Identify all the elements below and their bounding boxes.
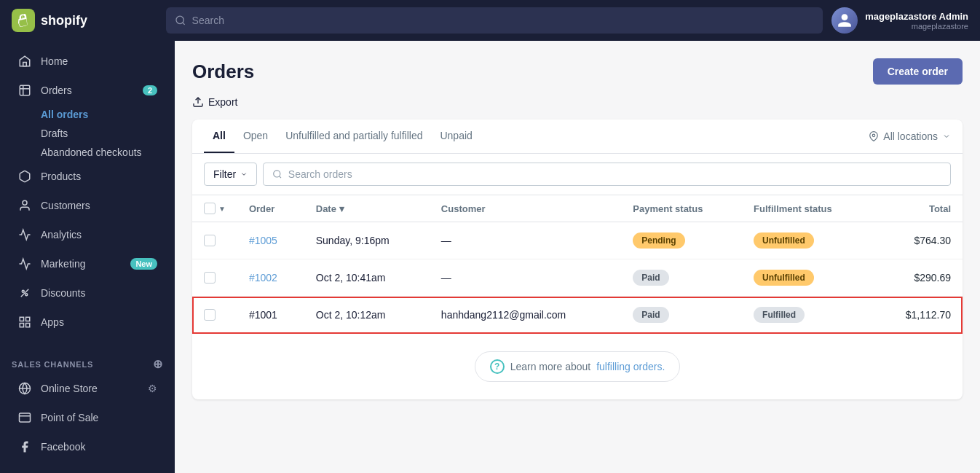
th-customer: Customer <box>430 195 621 222</box>
svg-point-3 <box>23 200 27 205</box>
row-payment-2: Paid <box>621 259 742 297</box>
content-area: Orders Create order Export All Open Unfu… <box>175 41 980 473</box>
topbar: shopify mageplazastore Admin mageplazast… <box>0 0 980 41</box>
row-order-1: #1005 <box>237 222 304 259</box>
search-orders-icon <box>272 169 282 179</box>
th-payment-status: Payment status <box>621 195 742 222</box>
tab-open[interactable]: Open <box>234 120 277 153</box>
order-link-2[interactable]: #1002 <box>249 272 277 284</box>
svg-point-14 <box>873 134 876 137</box>
tab-unpaid[interactable]: Unpaid <box>431 120 481 153</box>
sidebar-item-abandoned-checkouts[interactable]: Abandoned checkouts <box>6 143 169 162</box>
row-checkbox-2[interactable] <box>192 259 237 297</box>
row-payment-1: Pending <box>621 222 742 259</box>
svg-rect-7 <box>26 317 30 321</box>
export-row: Export <box>192 96 963 108</box>
svg-rect-11 <box>20 413 31 422</box>
main-layout: Home Orders 2 All orders Drafts Abandone… <box>0 41 980 473</box>
svg-rect-2 <box>20 85 30 95</box>
orders-table: ▼ Order Date ▾ Customer Payment status F… <box>192 195 963 334</box>
products-icon <box>17 169 32 184</box>
table-row[interactable]: #1005 Sunday, 9:16pm — Pending Unfulfill… <box>192 222 963 259</box>
fulfillment-status-badge-1: Unfulfilled <box>754 232 814 249</box>
sidebar-item-products[interactable]: Products <box>6 162 169 191</box>
svg-point-15 <box>274 171 280 177</box>
sidebar-label-home: Home <box>41 55 157 67</box>
learn-more-section: ? Learn more about fulfilling orders. <box>192 334 963 399</box>
tab-unfulfilled[interactable]: Unfulfilled and partially fulfilled <box>277 120 431 153</box>
user-area: mageplazastore Admin mageplazastore <box>831 7 968 34</box>
sidebar-item-apps[interactable]: Apps <box>6 308 169 337</box>
learn-more-box: ? Learn more about fulfilling orders. <box>475 351 681 382</box>
svg-point-4 <box>22 290 24 292</box>
search-icon <box>175 15 186 26</box>
select-all-checkbox[interactable] <box>204 203 216 214</box>
discounts-icon <box>17 286 32 300</box>
sidebar-item-discounts[interactable]: Discounts <box>6 278 169 308</box>
page-header: Orders Create order <box>192 58 963 85</box>
row-fulfillment-3: Fulfilled <box>742 297 874 334</box>
table-header: ▼ Order Date ▾ Customer Payment status F… <box>192 195 963 222</box>
sidebar-item-customers[interactable]: Customers <box>6 191 169 220</box>
online-store-icon <box>17 381 32 396</box>
search-bar[interactable] <box>166 7 823 34</box>
row-total-1: $764.30 <box>874 222 963 259</box>
home-icon <box>17 54 32 69</box>
row-checkbox-1[interactable] <box>192 222 237 259</box>
table-row[interactable]: #1001 Oct 2, 10:12am hanhdang2112@gmail.… <box>192 297 963 334</box>
analytics-icon <box>17 227 32 242</box>
orders-badge: 2 <box>143 85 157 95</box>
sidebar-item-all-orders[interactable]: All orders <box>6 105 169 124</box>
svg-point-0 <box>176 16 183 23</box>
filter-button[interactable]: Filter <box>204 163 257 186</box>
svg-rect-6 <box>20 317 23 321</box>
table-row[interactable]: #1002 Oct 2, 10:41am — Paid Unfulfilled … <box>192 259 963 297</box>
add-sales-channel-icon[interactable]: ⊕ <box>153 357 163 371</box>
sidebar-label-orders: Orders <box>41 85 134 96</box>
sidebar-item-home[interactable]: Home <box>6 47 169 76</box>
sidebar-label-online-store: Online Store <box>41 383 139 394</box>
sidebar-item-marketing[interactable]: Marketing New <box>6 249 169 278</box>
row-date-2: Oct 2, 10:41am <box>304 259 430 297</box>
sidebar-item-point-of-sale[interactable]: Point of Sale <box>6 403 169 432</box>
orders-icon <box>17 83 32 98</box>
sidebar-item-facebook[interactable]: Facebook <box>6 432 169 461</box>
fulfillment-status-badge-2: Unfulfilled <box>754 270 814 286</box>
location-filter[interactable]: All locations <box>869 120 951 152</box>
export-button[interactable]: Export <box>192 96 237 108</box>
location-icon <box>869 131 879 141</box>
row-date-3: Oct 2, 10:12am <box>304 297 430 334</box>
avatar <box>831 7 858 34</box>
filter-label: Filter <box>213 168 236 180</box>
row-total-2: $290.69 <box>874 259 963 297</box>
create-order-button[interactable]: Create order <box>873 58 963 85</box>
sidebar-label-facebook: Facebook <box>41 441 157 453</box>
fulfilling-orders-link[interactable]: fulfilling orders. <box>596 361 665 372</box>
payment-status-badge-2: Paid <box>633 270 668 286</box>
search-orders-input[interactable] <box>288 168 941 180</box>
sales-channels-header: SALES CHANNELS ⊕ <box>0 348 175 374</box>
customers-icon <box>17 198 32 213</box>
order-link-1[interactable]: #1005 <box>249 235 277 246</box>
search-orders-input-wrap[interactable] <box>263 163 951 186</box>
row-fulfillment-2: Unfulfilled <box>742 259 874 297</box>
row-total-3: $1,112.70 <box>874 297 963 334</box>
sidebar-item-online-store[interactable]: Online Store ⚙ <box>6 374 169 403</box>
select-caret[interactable]: ▼ <box>218 205 226 213</box>
sidebar-item-orders[interactable]: Orders 2 <box>6 76 169 105</box>
th-date[interactable]: Date ▾ <box>304 195 430 222</box>
shopify-logo-icon <box>12 9 35 32</box>
location-filter-label: All locations <box>883 130 938 142</box>
sidebar-label-marketing: Marketing <box>41 258 122 270</box>
sidebar-label-discounts: Discounts <box>41 287 157 299</box>
sidebar-label-apps: Apps <box>41 316 157 328</box>
online-store-settings-icon[interactable]: ⚙ <box>148 383 157 394</box>
sidebar-item-drafts[interactable]: Drafts <box>6 124 169 143</box>
sidebar-label-products: Products <box>41 171 157 182</box>
sidebar-item-analytics[interactable]: Analytics <box>6 220 169 249</box>
row-checkbox-3[interactable] <box>192 297 237 334</box>
apps-icon <box>17 315 32 329</box>
search-input[interactable] <box>192 15 815 26</box>
tab-all[interactable]: All <box>204 120 234 153</box>
page-title: Orders <box>192 60 254 83</box>
